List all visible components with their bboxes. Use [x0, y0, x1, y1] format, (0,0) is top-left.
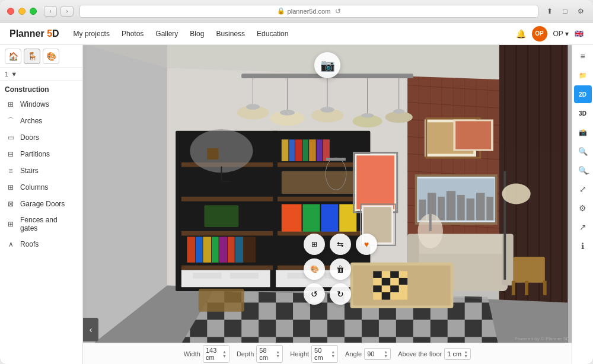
forward-button[interactable]: ›: [60, 6, 74, 17]
svg-rect-131: [476, 193, 484, 220]
url-text: planner5d.com: [288, 8, 331, 15]
minimize-button[interactable]: [18, 8, 25, 15]
sidebar-item-columns[interactable]: ⊞ Columns: [0, 179, 82, 196]
2d-view-button[interactable]: 2D: [574, 85, 592, 103]
close-button[interactable]: [7, 8, 14, 15]
nav-gallery[interactable]: Gallery: [155, 30, 178, 38]
sidebar-item-roofs[interactable]: ∧ Roofs: [0, 236, 82, 253]
snapshot-button[interactable]: 📸: [574, 123, 592, 141]
paint-button[interactable]: 🎨: [304, 258, 325, 280]
camera-button[interactable]: 📷: [314, 52, 340, 78]
info-button[interactable]: ℹ: [574, 237, 592, 255]
hamburger-menu-button[interactable]: ≡: [574, 47, 592, 65]
flip-button[interactable]: ⇆: [330, 234, 351, 255]
svg-point-51: [393, 109, 404, 114]
sidebar-item-windows[interactable]: ⊞ Windows: [0, 96, 82, 113]
stairs-label: Stairs: [20, 167, 39, 175]
svg-rect-86: [212, 237, 219, 262]
traffic-lights: [7, 8, 37, 15]
width-input[interactable]: 143 cm ▲▼: [203, 345, 229, 363]
svg-rect-110: [512, 281, 515, 295]
language-flag[interactable]: 🇬🇧: [575, 30, 584, 38]
svg-point-48: [361, 113, 374, 118]
extension-icon[interactable]: ⚙: [575, 6, 586, 17]
floor-arrow: ▼: [11, 71, 17, 78]
height-input[interactable]: 50 cm ▲▼: [311, 345, 338, 363]
back-button[interactable]: ‹: [44, 6, 57, 17]
furniture-tab[interactable]: 🪑: [24, 49, 40, 64]
bookmark-icon[interactable]: □: [560, 6, 570, 17]
nav-arrow-left[interactable]: ‹: [83, 318, 98, 341]
sidebar-item-stairs[interactable]: ≡ Stairs: [0, 162, 82, 179]
nav-my-projects[interactable]: My projects: [74, 30, 110, 38]
angle-input[interactable]: 90 ▲▼: [364, 348, 391, 360]
floor-height-field: Above the floor 1 cm ▲▼: [398, 348, 471, 360]
maximize-button[interactable]: [30, 8, 37, 15]
sidebar-item-arches[interactable]: ⌒ Arches: [0, 113, 82, 129]
arches-icon: ⌒: [6, 116, 15, 126]
refresh-icon[interactable]: ↺: [335, 7, 341, 15]
svg-rect-127: [438, 197, 445, 221]
svg-rect-122: [382, 292, 390, 300]
share-button[interactable]: ↗: [574, 218, 592, 236]
title-bar: ‹ › 🔒 planner5d.com ↺ ⬆ □ ⚙: [0, 0, 593, 23]
app-nav-right: 🔔 OP OP ▾ 🇬🇧: [516, 26, 584, 41]
svg-rect-76: [326, 158, 346, 161]
doors-icon: ▭: [6, 133, 15, 142]
floor-label: Above the floor: [398, 350, 442, 357]
nav-blog[interactable]: Blog: [190, 30, 204, 38]
svg-rect-66: [317, 139, 323, 161]
sidebar-item-doors[interactable]: ▭ Doors: [0, 129, 82, 146]
materials-tab[interactable]: 🎨: [43, 49, 59, 64]
fullscreen-button[interactable]: ⤢: [574, 180, 592, 198]
catalog-button[interactable]: 📁: [574, 66, 592, 84]
svg-point-42: [280, 110, 295, 116]
rotate-back-button[interactable]: ↺: [304, 283, 325, 305]
right-toolbar: ≡ 📁 2D 3D 📸 🔍 −🔍 ⤢ ⚙ ↗ ℹ: [572, 45, 593, 364]
canvas-area[interactable]: 📷 ⊞ ⇆ ♥ 🎨 🗑 ↺ ↻ ‹ Powered by © Planner 5…: [83, 45, 572, 364]
floor-input[interactable]: 1 cm ▲▼: [444, 348, 471, 360]
svg-point-45: [320, 107, 334, 113]
doors-label: Doors: [20, 133, 39, 142]
svg-rect-84: [196, 237, 203, 262]
powered-by-text: Powered by © Planner 5D: [514, 336, 569, 341]
app-navbar: Planner 5D My projects Photos Gallery Bl…: [0, 23, 593, 45]
sidebar-item-garage-doors[interactable]: ⊠ Garage Doors: [0, 196, 82, 212]
depth-input[interactable]: 58 cm ▲▼: [256, 345, 283, 363]
logo-accent: 5: [47, 28, 52, 39]
notifications-icon[interactable]: 🔔: [516, 29, 526, 39]
floor-plan-tab[interactable]: 🏠: [5, 49, 21, 64]
3d-view-button[interactable]: 3D: [574, 104, 592, 122]
nav-photos[interactable]: Photos: [122, 30, 144, 38]
columns-label: Columns: [20, 183, 48, 191]
delete-button[interactable]: 🗑: [330, 258, 351, 280]
nav-education[interactable]: Education: [257, 30, 288, 38]
copy-button[interactable]: ⊞: [304, 234, 325, 255]
sidebar-item-fences[interactable]: ⊞ Fences and gates: [0, 212, 82, 236]
svg-rect-135: [356, 155, 394, 209]
rotate-forward-button[interactable]: ↻: [330, 283, 351, 305]
sidebar-tabs: 🏠 🪑 🎨: [0, 45, 82, 68]
svg-rect-80: [321, 204, 338, 231]
nav-business[interactable]: Business: [216, 30, 245, 38]
settings-button[interactable]: ⚙: [574, 199, 592, 217]
svg-rect-89: [235, 237, 244, 262]
address-bar[interactable]: 🔒 planner5d.com ↺: [79, 5, 538, 18]
user-dropdown-button[interactable]: OP ▾: [553, 30, 569, 38]
svg-rect-83: [187, 237, 195, 262]
zoom-out-button[interactable]: −🔍: [574, 161, 592, 179]
svg-rect-117: [390, 271, 398, 278]
floor-indicator: 1 ▼: [0, 68, 82, 81]
share-browser-icon[interactable]: ⬆: [544, 6, 555, 17]
svg-rect-87: [219, 237, 228, 262]
svg-rect-130: [467, 199, 475, 221]
svg-rect-63: [295, 139, 302, 161]
sidebar-item-partitions[interactable]: ⊟ Partitions: [0, 146, 82, 162]
svg-rect-60: [207, 148, 218, 159]
partitions-label: Partitions: [20, 150, 50, 158]
main-content: 🏠 🪑 🎨 1 ▼ Construction ⊞ Windows ⌒ Arche…: [0, 45, 593, 364]
height-label: Height: [290, 350, 309, 357]
depth-label: Depth: [237, 350, 254, 357]
favorite-button[interactable]: ♥: [356, 234, 377, 255]
zoom-in-button[interactable]: 🔍: [574, 142, 592, 160]
